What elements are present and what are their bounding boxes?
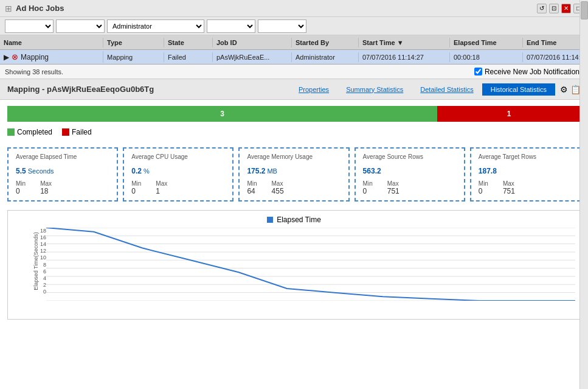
legend-failed-box: [62, 128, 69, 136]
stat-elapsed-value: 5.5Seconds: [16, 163, 109, 177]
detail-tabs: Properties Summary Statistics Detailed S…: [290, 83, 555, 96]
legend-completed: Completed: [7, 128, 52, 136]
y-tick-10: 10: [28, 254, 46, 261]
y-axis-wrapper: Elapsed Time(Seconds) 0 2 4 6 8 10 12 14…: [13, 228, 46, 295]
window-icon: ⊞: [5, 4, 12, 13]
cell-state: Failed: [164, 52, 213, 62]
stat-elapsed-time: Average Elapsed Time 5.5Seconds Min 0 Ma…: [7, 147, 118, 202]
y-ticks: 0 2 4 6 8 10 12 14 16 18: [28, 228, 46, 295]
chart-svg: [46, 228, 575, 301]
stat-source-value: 563.2: [363, 163, 457, 177]
detail-header: Mapping - pAsWjkRuEeaEeqoGu0b6Tg Propert…: [0, 79, 588, 100]
y-tick-8: 8: [28, 262, 46, 268]
stat-memory-value: 175.2MB: [247, 163, 341, 177]
y-tick-18: 18: [28, 228, 46, 234]
results-count: Showing 38 results.: [5, 68, 63, 75]
chart-area: Elapsed Time(Seconds) 0 2 4 6 8 10 12 14…: [13, 228, 575, 307]
title-bar: ⊞ Ad Hoc Jobs ↺ ⊡ ✕ □: [0, 0, 588, 17]
chart-title-row: Elapsed Time: [13, 216, 575, 224]
close-button[interactable]: ✕: [561, 4, 571, 13]
y-tick-2: 2: [28, 282, 46, 288]
filter-bar: Administrator: [0, 17, 588, 35]
y-tick-0: 0: [28, 289, 46, 295]
y-tick-4: 4: [28, 275, 46, 281]
stat-cpu-value: 0.2%: [131, 163, 225, 177]
cell-jobid: pAsWjkRuEeaE...: [213, 52, 292, 62]
tab-summary-statistics[interactable]: Summary Statistics: [337, 83, 412, 96]
status-bar: Showing 38 results. Receive New Job Noti…: [0, 65, 588, 79]
progress-bar: 3 1: [7, 106, 581, 122]
main-content: Mapping - pAsWjkRuEeaEeqoGu0b6Tg Propert…: [0, 79, 588, 389]
col-starttime: Start Time ▼: [359, 38, 450, 47]
refresh-button[interactable]: ↺: [537, 4, 547, 13]
tab-properties[interactable]: Properties: [290, 83, 337, 96]
stat-target-value: 187.8: [479, 163, 572, 177]
chart-title: Elapsed Time: [277, 216, 321, 224]
chart-legend-dot: [267, 217, 273, 223]
y-tick-16: 16: [28, 234, 46, 240]
y-tick-6: 6: [28, 268, 46, 275]
title-bar-controls: ↺ ⊡ ✕ □: [537, 4, 583, 13]
filter-select-5[interactable]: [258, 19, 306, 33]
col-type: Type: [103, 38, 164, 47]
stat-cpu-usage: Average CPU Usage 0.2% Min 0 Max 1: [123, 147, 233, 202]
tab-historical-statistics[interactable]: Historical Statistics: [482, 83, 555, 96]
progress-failed: 1: [437, 106, 581, 122]
col-endtime: End Time: [523, 38, 588, 47]
progress-area: 3 1 Completed Failed: [0, 100, 588, 141]
cell-endtime: 07/07/2016 11:14:46: [523, 52, 588, 62]
y-tick-12: 12: [28, 248, 46, 254]
cell-elapsed: 00:00:18: [450, 52, 523, 62]
col-jobid: Job ID: [213, 38, 292, 47]
notification-checkbox[interactable]: [474, 68, 482, 75]
progress-completed: 3: [7, 106, 437, 122]
legend-failed: Failed: [62, 128, 92, 136]
col-name: Name: [0, 38, 103, 47]
scrollbar[interactable]: [579, 0, 588, 389]
filter-select-administrator[interactable]: Administrator: [107, 19, 204, 33]
filter-select-2[interactable]: [56, 19, 105, 33]
error-icon: ⊗: [12, 52, 18, 61]
y-tick-14: 14: [28, 241, 46, 247]
legend: Completed Failed: [7, 125, 581, 139]
filter-select-1[interactable]: [5, 19, 54, 33]
cell-type: Mapping: [103, 52, 164, 62]
stat-source-rows: Average Source Rows 563.2 Min 0 Max 751: [355, 147, 465, 202]
stat-memory-usage: Average Memory Usage 175.2MB Min 64 Max …: [238, 147, 349, 202]
expand-icon: ▶: [4, 53, 9, 61]
col-elapsed: Elapsed Time: [450, 38, 523, 47]
notification-checkbox-label[interactable]: Receive New Job Notifications: [474, 68, 583, 76]
detail-title: Mapping - pAsWjkRuEeaEeqoGu0b6Tg: [7, 85, 154, 94]
cell-starttime: 07/07/2016 11:14:27: [359, 52, 450, 62]
col-startedby: Started By: [292, 38, 359, 47]
cell-name: ▶ ⊗ Mapping: [0, 51, 103, 63]
table-header: Name Type State Job ID Started By Start …: [0, 35, 588, 50]
legend-completed-box: [7, 128, 15, 136]
cell-startedby: Administrator: [292, 52, 359, 62]
chart-container: Elapsed Time Elapsed Time(Seconds) 0 2 4…: [7, 210, 581, 320]
window-title: Ad Hoc Jobs: [16, 4, 64, 13]
col-state: State: [164, 38, 213, 47]
filter-button[interactable]: ⊡: [549, 4, 559, 13]
scrollbar-thumb[interactable]: [581, 1, 588, 19]
stat-target-rows: Average Target Rows 187.8 Min 0 Max 751: [470, 147, 581, 202]
stats-row: Average Elapsed Time 5.5Seconds Min 0 Ma…: [0, 141, 588, 208]
table-row[interactable]: ▶ ⊗ Mapping Mapping Failed pAsWjkRuEeaE.…: [0, 50, 588, 65]
detail-settings-icon[interactable]: ⚙: [560, 85, 568, 94]
tab-detailed-statistics[interactable]: Detailed Statistics: [412, 83, 482, 96]
filter-select-4[interactable]: [207, 19, 255, 33]
